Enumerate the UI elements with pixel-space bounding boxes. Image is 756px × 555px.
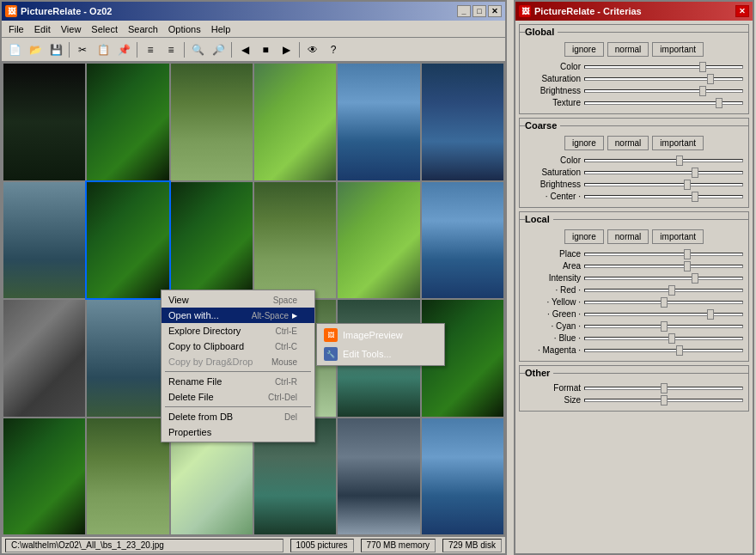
open-button[interactable]: 📂 <box>26 40 45 59</box>
menu-select[interactable]: Select <box>86 22 123 36</box>
stop-button[interactable]: ■ <box>256 40 275 59</box>
coarse-section-title: Coarse <box>520 119 748 132</box>
prev-button[interactable]: ◀ <box>235 40 254 59</box>
ctx-copy-clipboard[interactable]: Copy to Clipboard Ctrl-C <box>162 338 314 354</box>
context-menu: View Space Open with... Alt-Space ▶ 🖼 Im… <box>161 290 315 442</box>
local-normal-btn[interactable]: normal <box>607 229 649 244</box>
align-left-button[interactable]: ≡ <box>141 40 160 59</box>
coarse-btn-row: ignore normal important <box>525 136 743 150</box>
save-button[interactable]: 💾 <box>46 40 65 59</box>
menu-options[interactable]: Options <box>163 22 206 36</box>
local-intensity-track[interactable] <box>584 277 743 280</box>
global-normal-btn[interactable]: normal <box>607 42 649 57</box>
coarse-color-row: Color <box>525 156 743 165</box>
other-section-body: Format Size <box>520 380 748 411</box>
local-section-title: Local <box>520 212 748 226</box>
local-important-btn[interactable]: important <box>652 229 704 244</box>
right-window: 🖼 PictureRelate - Criterias ✕ Global ign… <box>514 0 754 555</box>
ctx-rename-file[interactable]: Rename File Ctrl-R <box>162 374 314 389</box>
image-cell[interactable] <box>422 182 503 299</box>
ctx-delete-file[interactable]: Delete File Ctrl-Del <box>162 389 314 405</box>
global-color-track[interactable] <box>584 65 743 69</box>
coarse-saturation-track[interactable] <box>584 171 743 174</box>
maximize-button[interactable]: □ <box>472 5 486 17</box>
global-important-btn[interactable]: important <box>652 42 704 57</box>
local-yellow-track[interactable] <box>584 301 743 304</box>
image-cell-selected[interactable] <box>87 182 168 299</box>
local-blue-track[interactable] <box>584 337 743 340</box>
copy-button[interactable]: 📋 <box>94 40 113 59</box>
next-button[interactable]: ▶ <box>277 40 296 59</box>
menu-view[interactable]: View <box>56 22 87 36</box>
local-cyan-track[interactable] <box>584 325 743 328</box>
other-format-track[interactable] <box>584 387 743 390</box>
local-ignore-btn[interactable]: ignore <box>564 229 604 244</box>
submenu-edittools[interactable]: 🔧 Edit Tools... <box>317 345 444 363</box>
find-button[interactable]: 🔍 <box>188 40 207 59</box>
ctx-properties[interactable]: Properties <box>162 424 314 440</box>
ctx-explore-directory[interactable]: Explore Directory Ctrl-E <box>162 323 314 338</box>
global-saturation-track[interactable] <box>584 77 743 81</box>
coarse-color-track[interactable] <box>584 159 743 162</box>
coarse-center-track[interactable] <box>584 195 743 198</box>
new-button[interactable]: 📄 <box>5 40 24 59</box>
coarse-normal-btn[interactable]: normal <box>607 136 649 150</box>
ctx-view[interactable]: View Space <box>162 292 314 308</box>
global-texture-row: Texture <box>525 98 743 107</box>
right-window-controls: ✕ <box>735 5 749 17</box>
image-cell[interactable] <box>254 182 336 299</box>
image-cell[interactable] <box>422 64 503 180</box>
global-color-label: Color <box>525 62 581 71</box>
local-place-track[interactable] <box>584 253 743 256</box>
close-button[interactable]: ✕ <box>488 5 502 17</box>
coarse-ignore-btn[interactable]: ignore <box>564 136 604 150</box>
global-section: Global ignore normal important Color Sat… <box>519 24 749 114</box>
coarse-important-btn[interactable]: important <box>652 136 704 150</box>
coarse-brightness-track[interactable] <box>584 183 743 186</box>
menu-search[interactable]: Search <box>123 22 163 36</box>
global-texture-track[interactable] <box>584 101 743 105</box>
local-magenta-track[interactable] <box>584 349 743 352</box>
eye-button[interactable]: 👁 <box>303 40 322 59</box>
image-cell[interactable] <box>87 300 168 417</box>
image-cell[interactable] <box>338 418 419 535</box>
other-size-track[interactable] <box>584 399 743 402</box>
menu-file[interactable]: File <box>3 22 29 36</box>
ctx-open-with[interactable]: Open with... Alt-Space ▶ 🖼 ImagePreview … <box>162 308 314 323</box>
menu-help[interactable]: Help <box>206 22 236 36</box>
image-cell[interactable] <box>3 418 85 535</box>
local-place-row: Place <box>525 249 743 259</box>
coarse-section-body: ignore normal important Color Saturation <box>520 132 748 207</box>
paste-button[interactable]: 📌 <box>114 40 133 59</box>
cut-button[interactable]: ✂ <box>73 40 92 59</box>
help-button[interactable]: ? <box>324 40 343 59</box>
menu-edit[interactable]: Edit <box>29 22 56 36</box>
other-section-title: Other <box>520 366 748 380</box>
image-cell[interactable] <box>3 182 85 299</box>
image-cell[interactable] <box>87 418 168 535</box>
local-area-track[interactable] <box>584 265 743 268</box>
local-green-track[interactable] <box>584 313 743 316</box>
other-size-label: Size <box>525 395 581 405</box>
local-red-track[interactable] <box>584 289 743 292</box>
image-cell[interactable] <box>3 300 85 417</box>
find-next-button[interactable]: 🔎 <box>209 40 228 59</box>
image-cell[interactable] <box>254 64 336 180</box>
right-close-button[interactable]: ✕ <box>735 5 749 17</box>
image-cell[interactable] <box>3 64 85 180</box>
image-cell[interactable] <box>87 64 168 180</box>
align-right-button[interactable]: ≡ <box>162 40 180 59</box>
ctx-delete-db[interactable]: Delete from DB Del <box>162 409 314 424</box>
local-area-label: Area <box>525 261 581 271</box>
minimize-button[interactable]: _ <box>457 5 471 17</box>
image-cell[interactable] <box>171 64 253 180</box>
global-brightness-label: Brightness <box>525 86 581 95</box>
submenu-imagepreview[interactable]: 🖼 ImagePreview <box>317 326 444 345</box>
image-cell[interactable] <box>338 64 419 180</box>
image-cell[interactable] <box>338 182 419 299</box>
image-cell[interactable] <box>422 418 503 535</box>
global-ignore-btn[interactable]: ignore <box>564 42 604 57</box>
global-brightness-track[interactable] <box>584 89 743 93</box>
window-controls: _ □ ✕ <box>457 5 502 17</box>
image-cell[interactable] <box>171 182 253 299</box>
